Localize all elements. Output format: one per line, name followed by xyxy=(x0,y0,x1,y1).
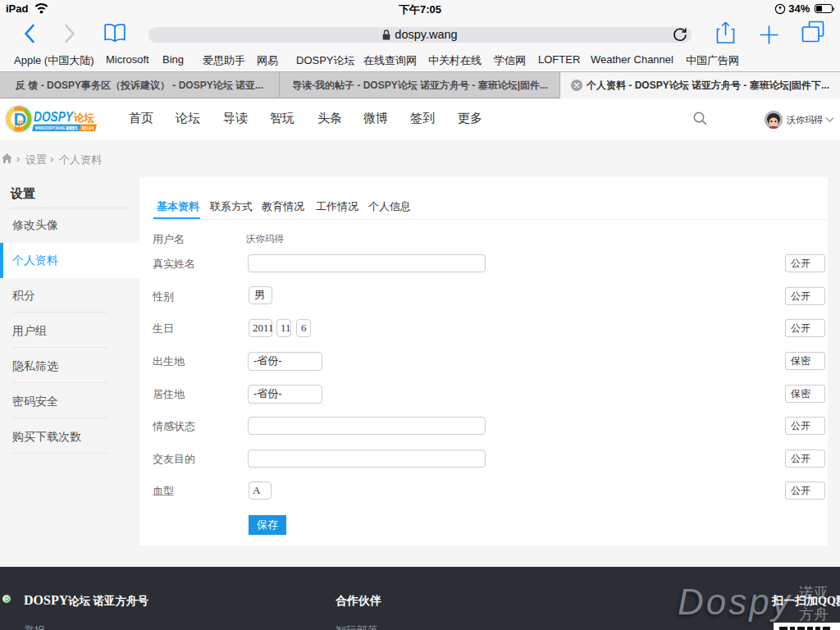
svg-text:p: p xyxy=(18,117,24,127)
svg-text:诺亚方舟号: 诺亚方舟号 xyxy=(81,126,94,131)
svg-text:WWW.DOSPY.WANG 塞圈资讯: WWW.DOSPY.WANG 塞圈资讯 xyxy=(35,126,78,131)
svg-text:DOSPY: DOSPY xyxy=(34,109,75,124)
svg-text:论坛: 论坛 xyxy=(73,112,94,124)
svg-text:D: D xyxy=(5,596,9,603)
